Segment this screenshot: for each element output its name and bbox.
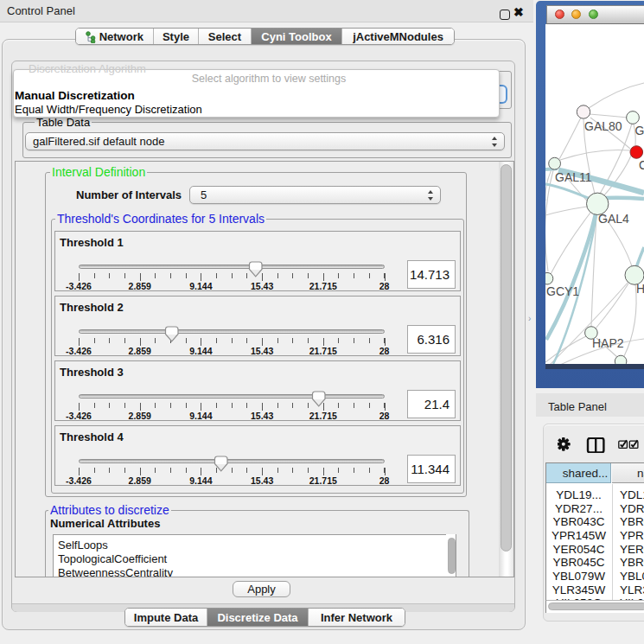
svg-text:GAL4: GAL4 <box>598 212 629 226</box>
svg-text:GAL11: GAL11 <box>555 170 592 184</box>
svg-text:GAL80: GAL80 <box>584 119 622 133</box>
svg-text:HI: HI <box>636 282 644 296</box>
svg-text:HAP2: HAP2 <box>592 336 624 350</box>
svg-text:GCY1: GCY1 <box>546 284 579 298</box>
svg-text:GA: GA <box>635 124 644 137</box>
svg-text:CY: CY <box>639 158 644 172</box>
